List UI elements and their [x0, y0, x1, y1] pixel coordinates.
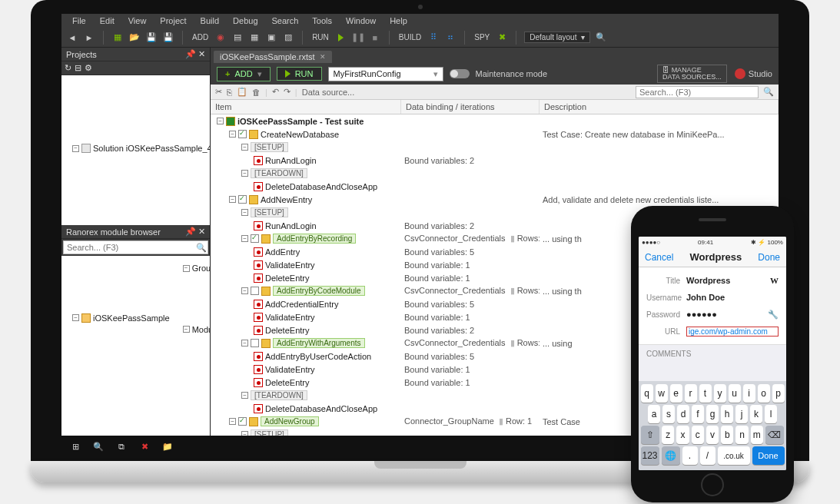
key-c[interactable]: c [692, 426, 704, 444]
run-icon[interactable] [335, 32, 347, 44]
pin-icon[interactable]: 📌 ✕ [185, 227, 205, 237]
key-d[interactable]: d [677, 405, 689, 423]
menu-project[interactable]: Project [154, 15, 192, 26]
suite-row[interactable]: DeleteDatabaseAndCloseApp [211, 180, 779, 193]
menu-search[interactable]: Search [266, 15, 305, 26]
taskview-icon[interactable]: ⧉ [115, 440, 128, 453]
key-⌫[interactable]: ⌫ [765, 426, 784, 444]
key-h[interactable]: h [721, 405, 733, 423]
cut-icon[interactable]: ✂ [215, 87, 222, 97]
key-p[interactable]: p [772, 384, 785, 403]
layout-dropdown[interactable]: Default layout▾ [524, 32, 590, 43]
tab-testsuite[interactable]: iOSKeePassSample.rxtst ✕ [214, 51, 332, 63]
projects-tree[interactable]: −Solution iOSKeePassSample_4 −iOSKeePass… [61, 75, 210, 225]
menu-window[interactable]: Window [340, 15, 382, 26]
menu-help[interactable]: Help [383, 15, 413, 26]
key-u[interactable]: u [729, 384, 741, 403]
key-done[interactable]: Done [752, 446, 785, 465]
key-l[interactable]: l [765, 405, 777, 423]
username-field[interactable]: John Doe [686, 293, 779, 302]
key-123[interactable]: 123 [641, 446, 659, 465]
key-o[interactable]: o [758, 384, 770, 403]
menu-debug[interactable]: Debug [227, 15, 264, 26]
col-desc[interactable]: Description [540, 100, 779, 114]
key-g[interactable]: g [706, 405, 719, 423]
suite-row[interactable]: −[TEARDOWN] [211, 167, 779, 180]
runconfig-combo[interactable]: MyFirstRunConfig▾ [328, 67, 443, 81]
add-button[interactable]: + ADD▾ [217, 67, 271, 81]
search-icon[interactable]: 🔍 [195, 241, 208, 254]
delete-icon[interactable]: 🗑 [252, 88, 261, 97]
suite-search-input[interactable] [636, 86, 759, 98]
manage-datasources-button[interactable]: 🗄 MANAGEDATA SOURCES... [657, 65, 727, 83]
home-button[interactable] [701, 473, 724, 496]
key-e[interactable]: e [670, 384, 682, 403]
key-b[interactable]: b [721, 426, 733, 444]
key-f[interactable]: f [692, 405, 704, 423]
add-folder-icon[interactable]: ▨ [282, 32, 294, 44]
module-search[interactable]: 🔍 [63, 240, 208, 254]
pause-icon[interactable]: ❚❚ [352, 32, 364, 44]
menu-edit[interactable]: Edit [94, 15, 121, 26]
suite-row[interactable]: −AddNewEntryAdd, validate and delete new… [211, 193, 779, 206]
suite-row[interactable]: RunAndLoginBound variables: 2 [211, 154, 779, 167]
key-r[interactable]: r [685, 384, 697, 403]
module-tree[interactable]: −iOSKeePassSample −Groups RunAndLoginDel… [61, 256, 210, 436]
build-icon[interactable]: ⠿ [427, 32, 440, 44]
props-icon[interactable]: ⚙ [85, 63, 92, 73]
key-j[interactable]: j [735, 405, 748, 423]
new-icon[interactable]: ▦ [111, 32, 124, 44]
open-icon[interactable]: 📂 [128, 32, 141, 44]
menu-view[interactable]: View [122, 15, 153, 26]
key-slash[interactable]: / [700, 446, 715, 465]
key-globe[interactable]: 🌐 [662, 446, 680, 465]
key-t[interactable]: t [699, 384, 712, 403]
pin-icon[interactable]: 📌 ✕ [185, 49, 205, 59]
saveall-icon[interactable]: 💾 [162, 32, 174, 44]
key-a[interactable]: a [648, 405, 660, 423]
spy-icon[interactable]: ✖ [496, 32, 508, 44]
app-ranorex-icon[interactable]: ✖ [138, 440, 151, 453]
maintenance-toggle[interactable] [450, 69, 470, 78]
wrench-icon[interactable]: 🔧 [768, 310, 779, 320]
nav-back-icon[interactable]: ◄ [66, 32, 78, 44]
paste-icon[interactable]: 📋 [237, 87, 247, 97]
collapse-icon[interactable]: ⊟ [75, 63, 81, 73]
start-icon[interactable]: ⊞ [69, 440, 81, 453]
rebuild-icon[interactable]: ⠶ [444, 32, 457, 44]
redo-icon[interactable]: ↷ [284, 87, 291, 97]
suite-row[interactable]: −CreateNewDatabaseTest Case: Create new … [211, 128, 779, 141]
add-repo-icon[interactable]: ▦ [248, 32, 261, 44]
cancel-button[interactable]: Cancel [645, 252, 673, 263]
menu-file[interactable]: File [66, 15, 92, 26]
key-⇧[interactable]: ⇧ [641, 426, 659, 444]
refresh-icon[interactable]: ↻ [65, 63, 71, 73]
col-item[interactable]: Item [211, 100, 401, 114]
undo-icon[interactable]: ↶ [272, 87, 279, 97]
url-field[interactable]: ige.com/wp-admin.com [686, 327, 779, 337]
suite-row[interactable]: −iOSKeePassSample - Test suite [211, 114, 779, 128]
menu-build[interactable]: Build [194, 15, 225, 26]
key-n[interactable]: n [735, 426, 748, 444]
add-mod-icon[interactable]: ▤ [231, 32, 244, 44]
key-i[interactable]: i [743, 384, 755, 403]
explorer-icon[interactable]: 📁 [161, 440, 174, 453]
key-m[interactable]: m [751, 426, 763, 444]
key-w[interactable]: w [656, 384, 668, 403]
col-bind[interactable]: Data binding / iterations [401, 100, 540, 114]
menu-tools[interactable]: Tools [306, 15, 338, 26]
suite-row[interactable]: −[SETUP] [211, 141, 779, 154]
title-field[interactable]: Wordpress [686, 276, 770, 285]
key-k[interactable]: k [750, 405, 762, 423]
nav-fwd-icon[interactable]: ► [83, 32, 95, 44]
add-ts-icon[interactable]: ▣ [265, 32, 277, 44]
key-couk[interactable]: .co.uk [718, 446, 750, 465]
stop-icon[interactable]: ■ [369, 32, 381, 44]
module-search-input[interactable] [64, 241, 195, 254]
key-y[interactable]: y [714, 384, 726, 403]
key-v[interactable]: v [706, 426, 719, 444]
search-icon[interactable]: 🔍 [92, 440, 105, 453]
datasource-btn[interactable]: Data source... [302, 88, 354, 97]
key-z[interactable]: z [662, 426, 674, 444]
key-s[interactable]: s [662, 405, 675, 423]
